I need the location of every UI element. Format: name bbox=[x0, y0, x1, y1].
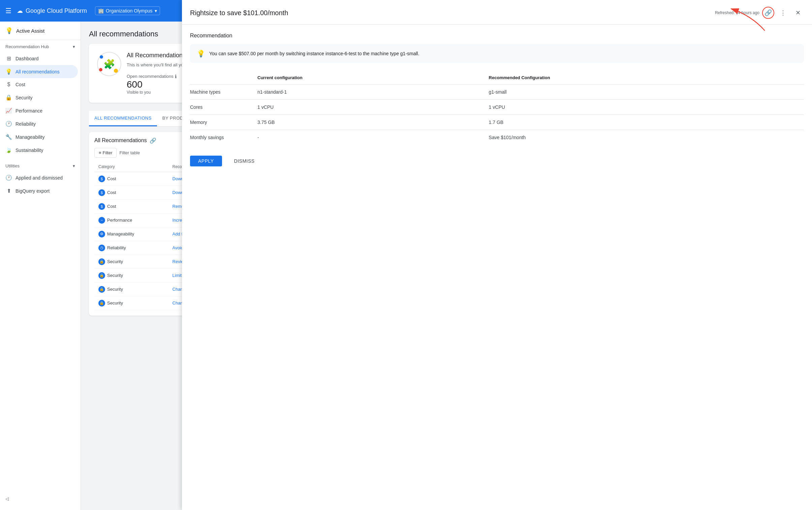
sidebar-item-label: Applied and dismissed bbox=[16, 175, 63, 181]
recommendation-hub-header[interactable]: Recommendation Hub ▾ bbox=[0, 40, 81, 52]
right-panel: Rightsize to save $101.00/month Refreshe… bbox=[182, 0, 812, 510]
config-row: Machine types n1-standard-1 g1-small bbox=[190, 85, 804, 100]
org-name: Organization Olympus bbox=[106, 8, 153, 13]
config-row: Memory 3.75 GB 1.7 GB bbox=[190, 115, 804, 130]
sidebar-item-security[interactable]: 🔒 Security bbox=[0, 91, 78, 104]
active-assist-icon: 💡 bbox=[5, 27, 13, 34]
main-layout: 💡 Active Assist Recommendation Hub ▾ ⊞ D… bbox=[0, 22, 812, 510]
sidebar-item-dashboard[interactable]: ⊞ Dashboard bbox=[0, 52, 78, 65]
manageability-icon: 🔧 bbox=[5, 134, 12, 140]
category-icon: ~ bbox=[98, 217, 105, 224]
bigquery-icon: ⬆ bbox=[5, 188, 12, 194]
all-recs-icon: 💡 bbox=[5, 68, 12, 75]
all-recs-title: All Recommendations 🔗 bbox=[94, 138, 156, 144]
overview-dot-yellow bbox=[114, 69, 118, 73]
category-badge: ⚙ Manageability bbox=[98, 231, 134, 238]
panel-more-button[interactable]: ⋮ bbox=[777, 7, 789, 19]
category-badge: 🔒 Security bbox=[98, 300, 123, 306]
panel-title: Rightsize to save $101.00/month bbox=[190, 9, 288, 17]
org-chevron-icon: ▾ bbox=[155, 8, 157, 13]
category-badge: 🔒 Security bbox=[98, 272, 123, 279]
panel-refreshed: Refreshed: 24 hours ago bbox=[715, 10, 759, 15]
panel-header: Rightsize to save $101.00/month Refreshe… bbox=[182, 0, 812, 25]
sidebar-item-all-recommendations[interactable]: 💡 All recommendations bbox=[0, 65, 78, 78]
sidebar-collapse-button[interactable]: ◁ bbox=[0, 493, 81, 505]
filter-label: Filter bbox=[103, 150, 113, 155]
config-row: Cores 1 vCPU 1 vCPU bbox=[190, 100, 804, 115]
active-assist-header: 💡 Active Assist bbox=[0, 22, 81, 40]
category-badge: 🔒 Security bbox=[98, 258, 123, 265]
sidebar-item-sustainability[interactable]: 🍃 Sustainability bbox=[0, 144, 78, 157]
app-logo: ☁ Google Cloud Platform bbox=[17, 7, 87, 14]
sidebar-item-performance[interactable]: 📈 Performance bbox=[0, 104, 78, 117]
all-recs-link-icon[interactable]: 🔗 bbox=[150, 138, 156, 144]
filter-button[interactable]: ≡ Filter bbox=[94, 148, 117, 158]
category-icon: $ bbox=[98, 189, 105, 196]
config-col-current: Current configuration bbox=[257, 71, 489, 85]
sidebar: 💡 Active Assist Recommendation Hub ▾ ⊞ D… bbox=[0, 22, 81, 510]
sidebar-item-label: All recommendations bbox=[16, 69, 60, 74]
utilities-header[interactable]: Utilities ▾ bbox=[0, 159, 81, 171]
security-icon: 🔒 bbox=[5, 94, 12, 101]
category-icon: 🔒 bbox=[98, 286, 105, 293]
sidebar-item-cost[interactable]: $ Cost bbox=[0, 78, 78, 91]
category-badge: $ Cost bbox=[98, 189, 116, 196]
panel-link-button[interactable]: 🔗 bbox=[762, 7, 774, 19]
config-row-recommended: g1-small bbox=[489, 85, 804, 100]
config-row-label: Cores bbox=[190, 100, 257, 115]
category-icon: ◷ bbox=[98, 245, 105, 251]
recommendation-section-title: Recommendation bbox=[190, 33, 804, 39]
category-label: Manageability bbox=[107, 232, 134, 237]
sidebar-item-label: Reliability bbox=[16, 121, 36, 127]
sidebar-item-applied-dismissed[interactable]: 🕐 Applied and dismissed bbox=[0, 171, 78, 184]
category-label: Reliability bbox=[107, 245, 126, 250]
config-row-recommended: 1.7 GB bbox=[489, 115, 804, 130]
filter-icon: ≡ bbox=[99, 150, 102, 155]
config-row-current: 1 vCPU bbox=[257, 100, 489, 115]
sidebar-item-label: Sustainability bbox=[16, 148, 44, 153]
category-icon: 🔒 bbox=[98, 272, 105, 279]
apply-button[interactable]: APPLY bbox=[190, 156, 222, 167]
dismiss-button[interactable]: DISMISS bbox=[226, 156, 263, 167]
panel-actions: Refreshed: 24 hours ago 🔗 ⋮ ✕ bbox=[715, 7, 804, 19]
panel-close-button[interactable]: ✕ bbox=[792, 7, 804, 19]
category-label: Security bbox=[107, 273, 123, 278]
cloud-icon: ☁ bbox=[17, 7, 23, 14]
config-table: Current configuration Recommended Config… bbox=[190, 71, 804, 145]
recommendation-hub-chevron: ▾ bbox=[73, 44, 75, 49]
org-selector[interactable]: 🏢 Organization Olympus ▾ bbox=[95, 6, 160, 15]
app-title: Google Cloud Platform bbox=[26, 7, 87, 14]
config-row-current: n1-standard-1 bbox=[257, 85, 489, 100]
utilities-chevron: ▾ bbox=[73, 163, 75, 169]
menu-icon[interactable]: ☰ bbox=[5, 7, 11, 15]
tab-all-recommendations[interactable]: ALL RECOMMENDATIONS bbox=[89, 111, 157, 126]
category-badge: ~ Performance bbox=[98, 217, 132, 224]
category-label: Security bbox=[107, 287, 123, 292]
config-row-label: Monthly savings bbox=[190, 130, 257, 145]
dashboard-icon: ⊞ bbox=[5, 55, 12, 62]
config-col-recommended: Recommended Configuration bbox=[489, 71, 804, 85]
category-label: Security bbox=[107, 300, 123, 305]
category-icon: 🔒 bbox=[98, 258, 105, 265]
category-label: Performance bbox=[107, 218, 132, 223]
config-col-label bbox=[190, 71, 257, 85]
applied-dismissed-icon: 🕐 bbox=[5, 175, 12, 181]
sidebar-item-label: Performance bbox=[16, 108, 42, 114]
sustainability-icon: 🍃 bbox=[5, 147, 12, 153]
cost-icon: $ bbox=[5, 82, 12, 88]
performance-icon: 📈 bbox=[5, 108, 12, 114]
config-row: Monthly savings - Save $101/month bbox=[190, 130, 804, 145]
sidebar-item-bigquery-export[interactable]: ⬆ BigQuery export bbox=[0, 184, 78, 198]
category-label: Cost bbox=[107, 190, 116, 195]
sidebar-item-manageability[interactable]: 🔧 Manageability bbox=[0, 130, 78, 144]
reliability-icon: 🕐 bbox=[5, 121, 12, 127]
sidebar-item-reliability[interactable]: 🕐 Reliability bbox=[0, 117, 78, 130]
category-label: Cost bbox=[107, 204, 116, 209]
category-badge: $ Cost bbox=[98, 176, 116, 182]
sidebar-item-label: Dashboard bbox=[16, 56, 39, 61]
config-row-recommended: 1 vCPU bbox=[489, 100, 804, 115]
category-icon: 🔒 bbox=[98, 300, 105, 306]
action-buttons: APPLY DISMISS bbox=[190, 156, 804, 167]
category-icon: $ bbox=[98, 176, 105, 182]
col-category: Category bbox=[94, 162, 169, 172]
